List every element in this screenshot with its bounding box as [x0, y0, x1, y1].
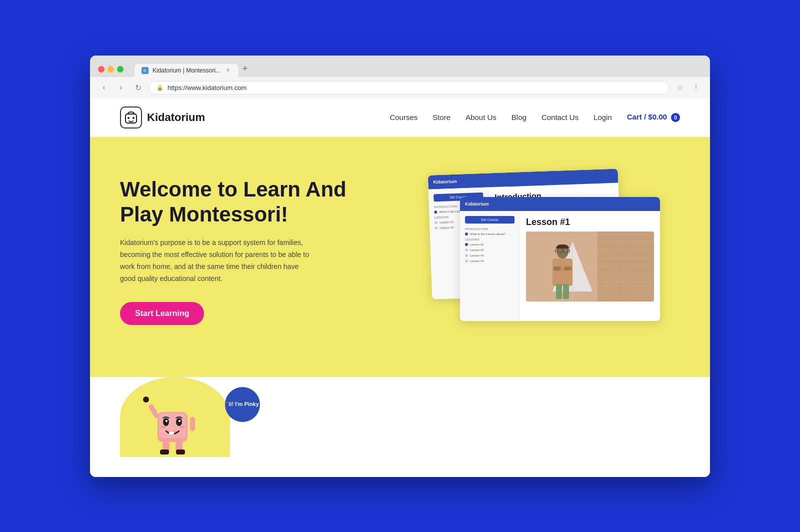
lesson1-panel-l4: Lesson #4: [465, 260, 514, 262]
svg-point-52: [163, 418, 169, 426]
logo[interactable]: Kidatorium: [120, 106, 205, 128]
forward-button[interactable]: ›: [115, 82, 127, 94]
tab-title: Kidatorium | Montessori...: [152, 67, 220, 74]
browser-titlebar: K Kidatorium | Montessori... × +: [90, 56, 710, 77]
lesson1-panel-text-1: What is the Lesson about?: [470, 232, 506, 236]
lesson1-intro-label: Introduction: [465, 228, 514, 230]
lesson1-dot-4: [465, 260, 468, 262]
card-logo: Kidatorium: [433, 178, 457, 184]
toolbar-actions: ☆ ⋮: [674, 82, 702, 94]
panel-dot-1: [434, 221, 438, 224]
bottom-section: Hi! I'm Pinky: [90, 377, 710, 477]
nav-about[interactable]: About Us: [466, 113, 496, 122]
lesson1-card: Kidatorium Set Course Introduction What …: [460, 197, 660, 321]
svg-rect-63: [176, 450, 185, 454]
bookmark-button[interactable]: ☆: [674, 82, 686, 94]
svg-rect-59: [190, 417, 195, 431]
lesson1-panel-what-is: What is the Lesson about?: [465, 232, 514, 236]
active-tab[interactable]: K Kidatorium | Montessori... ×: [134, 64, 238, 77]
browser-window: K Kidatorium | Montessori... × + ‹ › ↻ 🔒…: [90, 56, 710, 477]
hero-title: Welcome to Learn And Play Montessori!: [120, 177, 360, 228]
close-button[interactable]: [98, 66, 104, 72]
lesson1-section-label: Lessons: [465, 238, 514, 241]
lesson1-l2-text: Lesson #2: [470, 248, 484, 252]
hero-right: Kidatorium Set Course Introduction What …: [420, 167, 680, 367]
cart-badge: 0: [671, 113, 680, 122]
svg-point-57: [180, 426, 184, 428]
svg-rect-58: [169, 432, 174, 434]
menu-button[interactable]: ⋮: [690, 82, 702, 94]
lesson1-card-header: Kidatorium: [460, 197, 660, 211]
logo-text: Kidatorium: [147, 111, 205, 124]
nav-links: Courses Store About Us Blog Contact Us L…: [390, 112, 680, 122]
svg-rect-42: [564, 266, 572, 270]
svg-rect-46: [556, 284, 562, 299]
panel-dot-2: [434, 226, 438, 230]
lesson1-dot-3: [465, 254, 468, 257]
lesson1-dot-2: [465, 248, 468, 252]
svg-point-2: [132, 117, 134, 119]
hero-left: Welcome to Learn And Play Montessori! Ki…: [120, 167, 360, 326]
lesson1-panel-l3: Lesson #3: [465, 254, 514, 257]
speech-text: Hi! I'm Pinky: [226, 400, 259, 408]
lesson1-panel-l1: Lesson #1: [465, 243, 514, 246]
lesson1-l3-text: Lesson #3: [470, 254, 484, 257]
svg-rect-41: [554, 266, 561, 270]
lesson1-card-image: [526, 232, 654, 302]
svg-point-49: [143, 396, 149, 402]
tab-favicon: K: [142, 67, 148, 74]
hero-description: Kidatorium's purpose is to be a support …: [120, 237, 310, 284]
pinky-mascot: [140, 382, 210, 457]
panel-dot-active: [434, 210, 437, 214]
start-learning-button[interactable]: Start Learning: [120, 302, 204, 325]
tab-bar: K Kidatorium | Montessori... × +: [134, 62, 702, 77]
panel-item-lesson1: Lesson #1: [440, 220, 454, 224]
lesson1-card-body: Set Course Introduction What is the Less…: [460, 211, 660, 321]
svg-point-55: [178, 420, 180, 422]
panel-item-lesson2: Lesson #2: [440, 226, 454, 229]
tab-close-button[interactable]: ×: [224, 67, 232, 74]
svg-rect-47: [563, 284, 569, 299]
speech-bubble: Hi! I'm Pinky: [225, 387, 260, 422]
svg-point-1: [128, 117, 130, 119]
nav-login[interactable]: Login: [594, 113, 612, 122]
lesson1-l4-text: Lesson #4: [470, 260, 484, 262]
lesson1-panel-l2: Lesson #2: [465, 248, 514, 252]
hero-section: Welcome to Learn And Play Montessori! Ki…: [90, 137, 710, 377]
lesson1-panel-dot-1: [465, 232, 468, 236]
browser-toolbar: ‹ › ↻ 🔒 https://www.kidatorium.com ☆ ⋮: [90, 77, 710, 98]
lesson1-main-content: Lesson #1: [520, 211, 660, 321]
refresh-button[interactable]: ↻: [132, 82, 144, 94]
svg-point-53: [176, 418, 182, 426]
nav-cart[interactable]: Cart / $0.00 0: [627, 112, 680, 121]
new-tab-button[interactable]: +: [238, 62, 252, 76]
nav-blog[interactable]: Blog: [512, 113, 526, 122]
traffic-lights: [98, 66, 124, 72]
address-bar[interactable]: 🔒 https://www.kidatorium.com: [149, 81, 669, 94]
mascot-circle: Hi! I'm Pinky: [120, 377, 230, 457]
maximize-button[interactable]: [117, 66, 124, 72]
minimize-button[interactable]: [108, 66, 114, 72]
lesson1-card-title: Lesson #1: [526, 217, 654, 228]
svg-point-56: [160, 426, 166, 428]
site-navigation: Kidatorium Courses Store About Us Blog C…: [90, 98, 710, 137]
lesson1-set-course-btn: Set Course: [465, 216, 514, 224]
lesson1-l1-text: Lesson #1: [470, 243, 484, 246]
website-content: Kidatorium Courses Store About Us Blog C…: [90, 98, 710, 477]
nav-contact[interactable]: Contact Us: [542, 113, 578, 122]
svg-rect-40: [552, 258, 572, 286]
nav-courses[interactable]: Courses: [390, 113, 418, 122]
svg-rect-62: [160, 450, 169, 454]
logo-icon: [120, 106, 142, 128]
svg-point-54: [166, 420, 168, 422]
back-button[interactable]: ‹: [98, 82, 110, 94]
lesson1-sidebar-panel: Set Course Introduction What is the Less…: [460, 211, 520, 321]
url-text: https://www.kidatorium.com: [168, 84, 246, 92]
lock-icon: 🔒: [156, 84, 164, 91]
nav-store[interactable]: Store: [432, 113, 450, 122]
lesson1-active-dot: [465, 243, 468, 246]
lesson1-card-logo: Kidatorium: [465, 202, 489, 206]
